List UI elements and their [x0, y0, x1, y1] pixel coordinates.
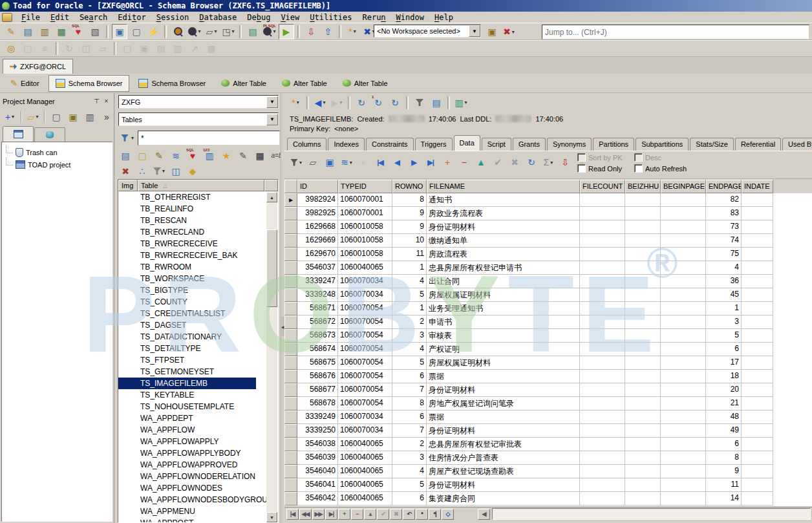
grid-cell-endpage[interactable]: 20	[706, 383, 742, 397]
grid-cell-endpage[interactable]: 82	[706, 193, 742, 207]
describe-run-icon[interactable]: ▶	[279, 24, 294, 39]
chart-icon-dropdown[interactable]: ▾	[465, 100, 467, 105]
grid-cell-rowno[interactable]: 4	[392, 275, 427, 288]
grid-cell-filecount[interactable]	[580, 411, 625, 424]
open-folder-icon-dropdown[interactable]: ▾	[36, 114, 38, 120]
back-icon-dropdown[interactable]: ▾	[323, 100, 325, 105]
tab-data[interactable]: Data	[454, 135, 480, 151]
list-item-tb_rescan[interactable]: TB_RESCAN	[118, 215, 278, 226]
save-project-icon[interactable]: ▣	[65, 109, 81, 125]
tab-stats-size[interactable]: Stats/Size	[690, 138, 734, 151]
tree-item-toad-project[interactable]: TOAD project	[2, 158, 112, 171]
filter-list-icon[interactable]: ▤	[429, 95, 444, 111]
back-icon[interactable]: ◀▾	[312, 95, 328, 111]
post-edit-button[interactable]: ✔	[377, 509, 389, 520]
grid-cell-rowno[interactable]: 1	[392, 302, 427, 315]
load-file-icon[interactable]: ⇩	[303, 24, 319, 39]
column-header-filename[interactable]: FILENAME	[427, 180, 580, 193]
grid-cell-filename[interactable]: 身份证明材料	[427, 478, 580, 492]
tab-constraints[interactable]: Constraints	[366, 138, 414, 151]
table-row[interactable]: 56867110600700541业务受理通知书1	[284, 302, 812, 315]
row-marker-cell[interactable]	[284, 356, 297, 370]
grid-cell-rowno[interactable]: 8	[392, 193, 427, 207]
grid-cell-beginpage[interactable]	[661, 411, 706, 424]
grid-cell-filecount[interactable]	[580, 438, 625, 451]
grid-cell-endpage[interactable]: 73	[706, 220, 742, 234]
grid-cell-id[interactable]: 568678	[297, 397, 338, 411]
row-marker-cell[interactable]	[284, 220, 297, 234]
tab-triggers[interactable]: Triggers	[415, 138, 453, 151]
grid-cell-filecount[interactable]	[580, 492, 625, 506]
grid-cell-endpage[interactable]: 75	[706, 248, 742, 261]
column-header-beginpage[interactable]: BEGINPAGE	[661, 180, 706, 193]
grid-cell-rowno[interactable]: 10	[392, 234, 427, 248]
filter-funnel-button[interactable]: ▾	[118, 131, 136, 144]
grid-cell-typeid[interactable]: 1060070054	[338, 356, 392, 370]
grid-cell-indate[interactable]	[742, 220, 773, 234]
grid-cell-id[interactable]: 568671	[297, 302, 338, 315]
tab-used-by[interactable]: Used By	[782, 138, 812, 151]
next-record-icon[interactable]: ▶	[406, 155, 422, 170]
refresh-item-icon[interactable]: ↻1	[370, 95, 386, 111]
grid-cell-endpage[interactable]: 1	[706, 302, 742, 315]
grid-cell-typeid[interactable]: 1060010058	[338, 234, 392, 248]
grid-cell-filename[interactable]: 忠县房屋所有权登记审批表	[427, 438, 580, 451]
tab-subpartitions[interactable]: Subpartitions	[636, 138, 689, 151]
grid-cell-endpage[interactable]: 21	[706, 397, 742, 411]
grid-cell-filecount[interactable]	[580, 248, 625, 261]
refresh-queries-icon-dropdown[interactable]: ▾	[350, 160, 352, 165]
grid-cell-typeid[interactable]: 1060070034	[338, 275, 392, 288]
grid-cell-id[interactable]: 3546042	[297, 492, 338, 506]
grid-cell-filecount[interactable]	[580, 397, 625, 411]
list-item-ts_county[interactable]: TS_COUNTY	[118, 296, 278, 308]
table-row[interactable]: ▶398292410600700018通知书82	[284, 193, 812, 207]
grid-cell-indate[interactable]	[742, 207, 773, 220]
workspace-combobox[interactable]: <No Workspace selected> ▼	[374, 25, 481, 37]
last-record-icon[interactable]: ▶|	[423, 155, 438, 170]
list-item-wa_appflowapply[interactable]: WA_APPFLOWAPPLY	[118, 436, 278, 447]
grid-cell-typeid[interactable]: 1060070054	[338, 302, 392, 315]
grid-cell-typeid[interactable]: 1060010058	[338, 248, 392, 261]
window-tab-editor-0[interactable]: ✎Editor	[4, 76, 46, 91]
grid-cell-endpage[interactable]: 4	[706, 261, 742, 275]
print-grid-icon[interactable]: ▱	[305, 155, 321, 170]
table-row[interactable]: 162966810600100589身份证明材料73	[284, 220, 812, 234]
grid-cell-typeid[interactable]: 1060070054	[338, 329, 392, 343]
list-item-ts_detailtype[interactable]: TS_DETAILTYPE	[118, 343, 278, 354]
grid-cell-indate[interactable]	[742, 492, 773, 506]
copy-data-icon[interactable]: ≋	[168, 148, 184, 164]
table-list-scrollbar[interactable]: ▲ ▼	[266, 192, 277, 522]
list-item-ts_datadictionary[interactable]: TS_DATADICTIONARY	[118, 331, 278, 343]
row-marker-cell[interactable]	[284, 261, 297, 275]
new-connection-icon-dropdown[interactable]: ▾	[354, 28, 356, 34]
alter-table-icon[interactable]: ✎	[151, 148, 167, 164]
grid-cell-beizhhu[interactable]	[625, 329, 661, 343]
row-marker-cell[interactable]	[284, 343, 297, 356]
table-row[interactable]: 1629669106001005810缴纳通知单74	[284, 234, 812, 248]
grid-cell-indate[interactable]	[742, 288, 773, 302]
checkbox-sort-by-pk[interactable]: Sort by PK	[577, 153, 634, 162]
grid-cell-filename[interactable]: 业务受理通知书	[427, 302, 580, 315]
connection-icon[interactable]: *▾	[288, 95, 303, 111]
row-marker-cell[interactable]	[284, 397, 297, 411]
grid-cell-filecount[interactable]	[580, 234, 625, 248]
execute-lightning-icon[interactable]: ⚡	[145, 24, 161, 39]
grid-cell-id[interactable]: 3546037	[297, 261, 338, 275]
list-item-ts_imagefilemb[interactable]: TS_IMAGEFILEMB	[118, 378, 256, 389]
grid-cell-indate[interactable]	[742, 370, 773, 383]
grid-cell-endpage[interactable]: 11	[706, 478, 742, 492]
grid-cell-typeid[interactable]: 1060010058	[338, 220, 392, 234]
grid-cell-beginpage[interactable]	[661, 397, 706, 411]
refresh-queries-icon[interactable]: ≋▾	[339, 155, 354, 170]
menu-item-session[interactable]: Session	[151, 12, 195, 23]
grid-cell-filecount[interactable]	[580, 193, 625, 207]
jump-to-input[interactable]	[542, 25, 809, 39]
list-item-wa_apppost[interactable]: WA_APPPOST	[118, 517, 278, 523]
insert-record-button[interactable]: +	[338, 509, 350, 520]
grid-cell-beizhhu[interactable]	[625, 478, 661, 492]
grid-cell-id[interactable]: 568677	[297, 383, 338, 397]
table-row[interactable]: 333924910600700346票据48	[284, 411, 812, 424]
list-item-wa_appflownoderelation[interactable]: WA_APPFLOWNODERELATION	[118, 471, 278, 482]
hscroll-left-icon[interactable]: ◀	[478, 509, 490, 520]
last-record-button[interactable]: ▶|	[325, 509, 337, 520]
